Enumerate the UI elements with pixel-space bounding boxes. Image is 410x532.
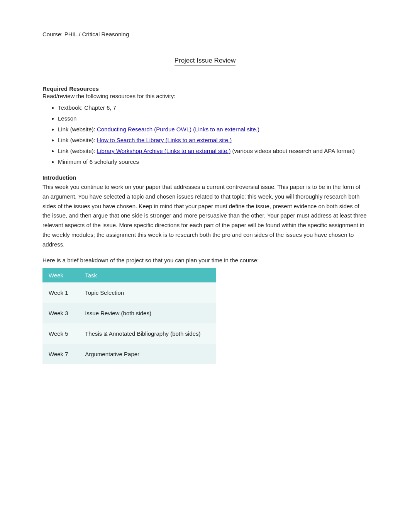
table-row: Week 7Argumentative Paper xyxy=(42,344,216,364)
table-row: Week 5Thesis & Annotated Bibliography (b… xyxy=(42,323,216,344)
breakdown-section: Here is a brief breakdown of the project… xyxy=(42,257,368,364)
resource-prefix: Link (website): xyxy=(58,148,97,154)
table-row: Week 1Topic Selection xyxy=(42,282,216,303)
table-header-row: Week Task xyxy=(42,268,216,282)
page-title: Project Issue Review xyxy=(175,57,236,66)
introduction-section: Introduction This week you continue to w… xyxy=(42,174,368,249)
required-resources-subheading: Read/review the following resources for … xyxy=(42,93,368,99)
list-item: Link (website): Library Workshop Archive… xyxy=(58,146,368,156)
table-row: Week 3Issue Review (both sides) xyxy=(42,303,216,323)
resource-text: Minimum of 6 scholarly sources xyxy=(58,158,139,165)
list-item: Textbook: Chapter 6, 7 xyxy=(58,103,368,112)
table-cell-week: Week 3 xyxy=(42,303,79,323)
required-resources-heading: Required Resources xyxy=(42,85,368,92)
table-cell-task: Thesis & Annotated Bibliography (both si… xyxy=(79,323,216,344)
introduction-heading: Introduction xyxy=(42,174,368,181)
how-to-search-link[interactable]: How to Search the Library (Links to an e… xyxy=(97,137,232,143)
introduction-paragraph: This week you continue to work on your p… xyxy=(42,182,368,249)
resource-text: Lesson xyxy=(58,115,76,122)
resources-list: Textbook: Chapter 6, 7 Lesson Link (webs… xyxy=(42,103,368,167)
resource-prefix: Link (website): xyxy=(58,126,97,133)
conducting-research-link[interactable]: Conducting Research (Purdue OWL) (Links … xyxy=(97,126,259,133)
breakdown-intro-text: Here is a brief breakdown of the project… xyxy=(42,257,368,263)
list-item: Lesson xyxy=(58,114,368,123)
required-resources-section: Required Resources Read/review the follo… xyxy=(42,85,368,167)
table-cell-task: Issue Review (both sides) xyxy=(79,303,216,323)
resource-text: Textbook: Chapter 6, 7 xyxy=(58,104,116,111)
list-item: Link (website): How to Search the Librar… xyxy=(58,136,368,145)
course-label: Course: PHIL./ Critical Reasoning xyxy=(42,31,368,37)
resource-prefix: Link (website): xyxy=(58,137,97,143)
list-item: Link (website): Conducting Research (Pur… xyxy=(58,125,368,134)
project-table: Week Task Week 1Topic SelectionWeek 3Iss… xyxy=(42,268,216,364)
table-cell-week: Week 1 xyxy=(42,282,79,303)
table-cell-task: Topic Selection xyxy=(79,282,216,303)
table-cell-week: Week 7 xyxy=(42,344,79,364)
column-header-week: Week xyxy=(42,268,79,282)
column-header-task: Task xyxy=(79,268,216,282)
library-workshop-link[interactable]: Library Workshop Archive (Links to an ex… xyxy=(97,148,231,154)
table-cell-task: Argumentative Paper xyxy=(79,344,216,364)
table-cell-week: Week 5 xyxy=(42,323,79,344)
resource-suffix: (various videos about research and APA f… xyxy=(232,148,355,154)
page-title-container: Project Issue Review xyxy=(42,57,368,66)
list-item: Minimum of 6 scholarly sources xyxy=(58,157,368,167)
